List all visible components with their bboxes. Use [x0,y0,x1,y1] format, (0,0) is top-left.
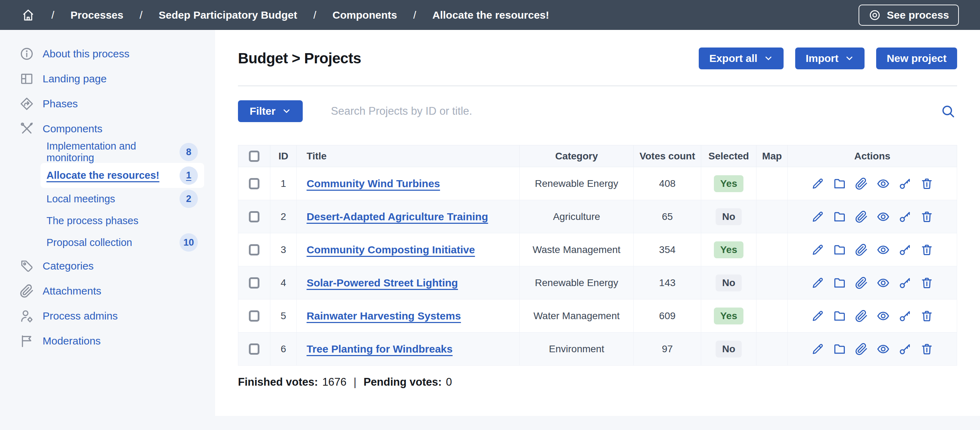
folder-icon[interactable] [833,177,846,190]
breadcrumb-components[interactable]: Components [332,9,397,21]
project-votes: 65 [634,200,701,233]
import-button[interactable]: Import [795,48,865,69]
attachments-icon[interactable] [855,177,868,190]
delete-trash-icon[interactable] [920,210,934,224]
preview-eye-icon[interactable] [877,210,890,224]
folder-icon[interactable] [833,243,846,257]
project-title-link[interactable]: Tree Planting for Windbreaks [307,343,453,355]
row-checkbox[interactable] [249,310,259,322]
permissions-key-icon[interactable] [898,243,912,257]
project-votes: 143 [634,267,701,300]
edit-icon[interactable] [811,343,824,356]
table-header-row: ID Title Category Votes count Selected M… [238,145,957,167]
sidebar-item-landing-page[interactable]: Landing page [0,66,215,91]
permissions-key-icon[interactable] [898,210,912,224]
search-input[interactable] [303,105,939,117]
delete-trash-icon[interactable] [920,243,934,257]
project-title-link[interactable]: Solar-Powered Street Lighting [307,277,458,289]
project-title-link[interactable]: Rainwater Harvesting Systems [307,310,461,322]
folder-icon[interactable] [833,210,846,224]
sidebar-item-about[interactable]: About this process [0,41,215,66]
attachments-icon[interactable] [855,210,868,224]
row-checkbox[interactable] [249,343,259,355]
sidebar-item-process-admins[interactable]: Process admins [0,303,215,328]
delete-trash-icon[interactable] [920,276,934,290]
row-checkbox[interactable] [249,211,259,222]
preview-eye-icon[interactable] [877,177,890,190]
row-checkbox[interactable] [249,178,259,189]
project-title-link[interactable]: Desert-Adapted Agriculture Training [307,211,488,222]
delete-trash-icon[interactable] [920,343,934,356]
sidebar-item-implementation-and-monitoring[interactable]: Implementation and monitoring 8 [40,141,204,163]
toolbar: Export all Import New project [699,48,957,69]
see-process-button[interactable]: See process [859,5,959,26]
votes-separator: | [353,376,356,389]
folder-icon[interactable] [833,343,846,356]
breadcrumb-processes[interactable]: Processes [70,9,123,21]
selected-badge: No [716,341,741,357]
edit-icon[interactable] [811,210,824,224]
sidebar-item-label: Components [43,123,102,135]
select-all-checkbox[interactable] [249,151,259,162]
edit-icon[interactable] [811,276,824,290]
attachments-icon[interactable] [855,343,868,356]
folder-icon[interactable] [833,309,846,323]
sidebar-item-phases[interactable]: Phases [0,91,215,116]
preview-eye-icon[interactable] [877,309,890,323]
paperclip-icon [19,284,34,298]
column-header-actions: Actions [788,145,957,167]
count-badge: 10 [180,233,198,252]
sidebar-item-allocate-the-resources[interactable]: Allocate the resources! 1 [40,163,204,188]
search-button[interactable] [939,102,957,121]
sidebar-item-proposal-collection[interactable]: Proposal collection 10 [40,232,204,253]
count-badge[interactable]: 1 [180,167,198,185]
select-all-header [238,145,270,167]
permissions-key-icon[interactable] [898,343,912,356]
filter-button[interactable]: Filter [238,100,303,122]
column-header-title: Title [296,145,520,167]
home-icon[interactable] [21,8,35,22]
project-votes: 408 [634,167,701,200]
sidebar-item-moderations[interactable]: Moderations [0,328,215,353]
sidebar-item-label: Categories [43,260,94,272]
attachments-icon[interactable] [855,309,868,323]
breadcrumb-current-component[interactable]: Allocate the resources! [432,9,549,21]
permissions-key-icon[interactable] [898,309,912,323]
export-all-button[interactable]: Export all [699,48,784,69]
edit-icon[interactable] [811,177,824,190]
sidebar-item-attachments[interactable]: Attachments [0,278,215,303]
map-cell [756,200,788,233]
selected-badge: Yes [714,175,743,192]
table-row: 1 Community Wind Turbines Renewable Ener… [238,167,957,200]
map-cell [756,300,788,333]
preview-eye-icon[interactable] [877,243,890,257]
folder-icon[interactable] [833,276,846,290]
sidebar-item-local-meetings[interactable]: Local meetings 2 [40,188,204,210]
sidebar-item-categories[interactable]: Categories [0,253,215,278]
project-title-link[interactable]: Community Composting Initiative [307,244,475,255]
sidebar-item-label: Allocate the resources! [46,170,159,181]
new-project-button[interactable]: New project [876,48,957,69]
project-votes: 354 [634,233,701,267]
sidebar-item-label: Implementation and monitoring [46,140,180,163]
delete-trash-icon[interactable] [920,309,934,323]
attachments-icon[interactable] [855,276,868,290]
sidebar-item-components[interactable]: Components [0,116,215,141]
sidebar-item-the-process-phases[interactable]: The process phases [40,210,204,232]
row-checkbox[interactable] [249,244,259,255]
eye-icon [869,9,881,21]
permissions-key-icon[interactable] [898,276,912,290]
row-checkbox[interactable] [249,277,259,289]
breadcrumb-process-name[interactable]: Sedep Participatory Budget [159,9,297,21]
preview-eye-icon[interactable] [877,343,890,356]
selected-badge: No [716,275,741,291]
attachments-icon[interactable] [855,243,868,257]
preview-eye-icon[interactable] [877,276,890,290]
edit-icon[interactable] [811,309,824,323]
map-cell [756,167,788,200]
import-label: Import [806,52,838,64]
permissions-key-icon[interactable] [898,177,912,190]
delete-trash-icon[interactable] [920,177,934,190]
project-title-link[interactable]: Community Wind Turbines [307,178,440,189]
edit-icon[interactable] [811,243,824,257]
